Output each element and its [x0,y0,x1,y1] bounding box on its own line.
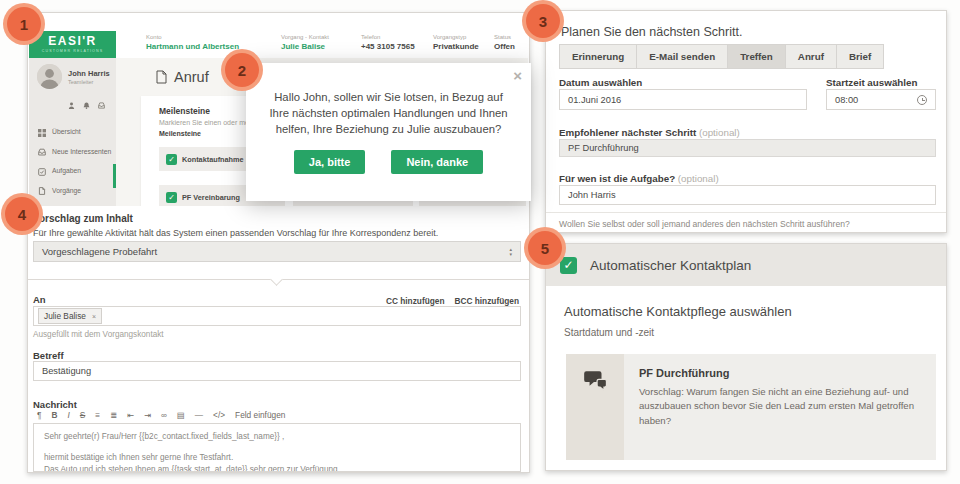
subject-label: Betreff [33,350,64,361]
next-step-panel: Planen Sie den nächsten Schritt. Erinner… [545,10,947,233]
cc-bcc-links: CC hinzufügen BCC hinzufügen [386,296,519,306]
plan-step-text: Vorschlag: Warum fangen Sie nicht an ein… [639,385,921,428]
date-label: Datum auswählen [559,77,642,88]
tasks-icon [38,162,46,180]
accept-button[interactable]: Ja, bitte [294,150,366,174]
recommended-step-select[interactable]: PF Durchführung [559,139,936,157]
checkbox-checked-icon[interactable]: ✓ [166,154,177,165]
activity-type-tabs: Erinnerung E-Mail senden Treffen Anruf B… [559,44,884,69]
suggestion-heading: Vorschlag zum Inhalt [33,213,133,224]
plan-step-title: PF Durchführung [639,367,921,379]
checkbox-checked-icon[interactable]: ✓ [166,192,177,203]
topbar-field-status: Status Offen [494,34,515,51]
add-bcc-link[interactable]: BCC hinzufügen [454,296,519,306]
modal-buttons: Ja, bitte Nein, danke [246,150,531,174]
topbar-field-telefon: Telefon +45 3105 7565 [361,34,415,51]
user-name: John Harris [68,69,110,78]
recommended-step-label: Empfohlener nächster Schritt (optional) [559,127,740,138]
sidebar-item-uebersicht[interactable]: Übersicht [29,122,116,142]
tab-treffen[interactable]: Treffen [728,44,786,69]
decline-button[interactable]: Nein, danke [391,150,483,174]
image-icon[interactable]: ▤ [177,410,185,420]
hr-icon[interactable]: — [195,410,203,420]
strikethrough-icon[interactable]: S [80,410,86,420]
recipient-hint: Ausgefüllt mit dem Vorgangskontakt [33,330,164,339]
screenshot-root: EASI'R CUSTOMER RELATIONS Konto Hartmann… [0,0,960,484]
to-label: An [33,294,46,305]
message-label: Nachricht [33,399,77,410]
select-stepper-icon[interactable]: ▴▾ [509,247,512,256]
logo-tagline: CUSTOMER RELATIONS [29,49,116,53]
topbar-field-vorgangstyp: Vorgangstyp Privatkunde [433,34,479,51]
logo-title: EASI'R [29,36,116,47]
callout-badge-2: 2 [221,49,263,91]
list-ul-icon[interactable]: ≡ [95,410,100,420]
paragraph-icon[interactable]: ¶ [37,410,41,420]
assignee-label: Für wen ist die Aufgabe? (optional) [559,173,719,184]
time-input[interactable]: 08:00 [826,89,936,110]
bell-icon[interactable] [83,95,90,113]
sidebar-item-neue-interessenten[interactable]: Neue Interessenten [29,142,116,162]
tab-erinnerung[interactable]: Erinnerung [559,44,637,69]
user-quick-icons [29,89,116,113]
outdent-icon[interactable]: ⇤ [127,410,134,420]
grid-icon [38,123,46,141]
user-profile[interactable]: John Harris Teamleiter [29,58,116,89]
contact-plan-panel: ✓ Automatischer Kontaktplan Automatische… [545,243,947,471]
remove-recipient-icon[interactable]: × [92,313,96,320]
plan-suggestion-card[interactable]: PF Durchführung Vorschlag: Warum fangen … [566,354,936,460]
recipient-tag[interactable]: Julie Balise × [38,308,102,324]
tab-email-senden[interactable]: E-Mail senden [637,44,728,69]
close-icon[interactable]: × [513,67,522,84]
time-label: Startzeit auswählen [826,77,917,88]
page-title-row: Anruf [156,69,209,85]
assistant-modal: × Hallo John, sollen wir Sie lotsen, in … [246,63,531,201]
callout-badge-5: 5 [524,227,566,269]
indent-icon[interactable]: ⇥ [144,410,151,420]
inbox-icon[interactable] [98,95,105,113]
link-icon[interactable]: ∞ [161,410,167,420]
panel-divider [546,212,946,213]
user-role: Teamleiter [68,79,110,85]
code-icon[interactable]: </> [213,410,225,420]
suggestion-select[interactable]: Vorgeschlagene Probefahrt ▴▾ [33,241,521,262]
sidebar-item-aufgaben[interactable]: Aufgaben [29,161,116,181]
add-cc-link[interactable]: CC hinzufügen [386,296,445,306]
italic-icon[interactable]: I [67,410,69,420]
callout-badge-4: 4 [1,193,43,235]
editor-toolbar: ¶ B I S ≡ ≣ ⇤ ⇥ ∞ ▤ — </> Feld einfügen [37,410,285,420]
sidebar-item-vorgaenge[interactable]: Vorgänge [29,181,116,201]
easir-logo: EASI'R CUSTOMER RELATIONS [29,31,116,58]
callout-badge-3: 3 [522,0,564,42]
sidebar-item-kontakte[interactable]: Kontakte [29,200,116,206]
next-step-footer: Wollen Sie selbst oder soll jemand ander… [559,219,850,229]
page-title: Anruf [174,69,209,85]
next-step-title: Planen Sie den nächsten Schritt. [561,25,742,39]
recipient-field[interactable]: Julie Balise × [33,306,521,326]
topbar-field-konto: Konto Hartmann und Albertsen [146,34,239,51]
easir-app-window: EASI'R CUSTOMER RELATIONS Konto Hartmann… [27,12,530,473]
bold-icon[interactable]: B [51,410,57,420]
tab-anruf[interactable]: Anruf [786,44,837,69]
document-icon [38,181,46,199]
person-icon[interactable] [68,95,75,113]
topbar-field-vorgang-kontakt: Vorgang - Kontakt Julie Balise [281,34,329,51]
clock-icon[interactable] [917,95,927,105]
date-input[interactable]: 01.Juni 2016 [559,89,807,110]
tray-icon [38,142,46,160]
sidebar-menu: Übersicht Neue Interessenten Aufgaben Vo… [29,122,116,206]
message-body-editor[interactable]: Sehr geehrte(r) Frau/Herr {{b2c_contact.… [33,423,521,472]
milestones-heading: Meilensteine [159,106,210,116]
list-ol-icon[interactable]: ≣ [110,410,117,420]
contact-plan-header: ✓ Automatischer Kontaktplan [546,244,946,286]
insert-field-button[interactable]: Feld einfügen [235,410,285,420]
plan-suggestion-content: PF Durchführung Vorschlag: Warum fangen … [624,354,936,460]
subject-field[interactable]: Bestätigung [33,361,521,381]
suggestion-description: Für Ihre gewählte Aktivität hält das Sys… [33,228,438,238]
milestones-label: Meilensteine [159,130,201,137]
tab-brief[interactable]: Brief [837,44,884,69]
contact-plan-heading: Automatische Kontaktpflege auswählen [564,304,792,319]
assistant-message: Hallo John, sollen wir Sie lotsen, in Be… [264,89,513,137]
assignee-input[interactable]: John Harris [559,185,936,205]
avatar[interactable] [37,64,62,89]
